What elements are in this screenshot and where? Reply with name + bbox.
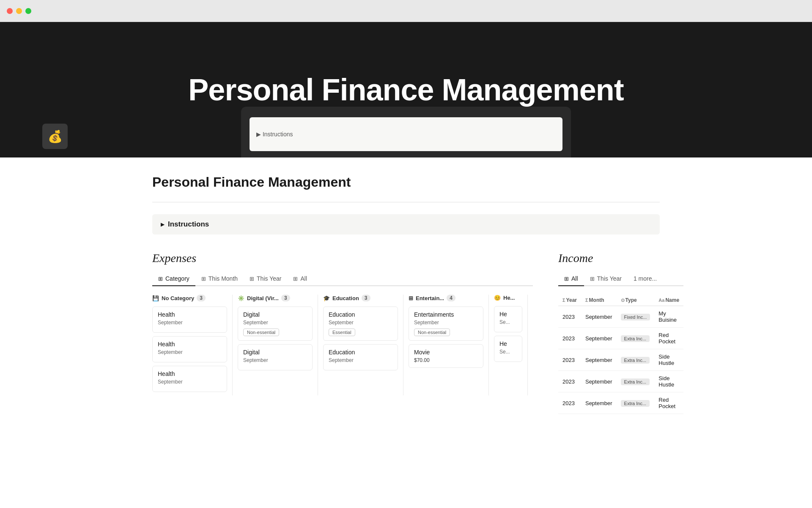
cell-type: Fixed Inc... — [617, 306, 655, 328]
col-count-digital: 3 — [281, 295, 290, 301]
income-all-label: All — [571, 275, 578, 282]
preview-text: ▶ Instructions — [256, 131, 293, 138]
table-row[interactable]: 2023 September Extra Inc... Red Pocket — [558, 328, 683, 349]
cell-name: Side Hustle — [654, 349, 683, 371]
cell-type: Extra Inc... — [617, 349, 655, 371]
instructions-section[interactable]: ▶ Instructions — [152, 214, 660, 235]
list-item[interactable]: Education September — [323, 344, 398, 370]
card-tag: Non-essential — [414, 329, 450, 336]
cell-type: Extra Inc... — [617, 328, 655, 349]
card-subtitle: September — [158, 320, 222, 326]
tab-income-more[interactable]: 1 more... — [628, 272, 663, 286]
list-item[interactable]: He Se... — [494, 336, 522, 362]
cell-year: 2023 — [558, 371, 581, 392]
finance-icon: 💰 — [48, 130, 63, 144]
card-amount: $70.00 — [414, 357, 478, 363]
tab-income-all[interactable]: ⊞ All — [558, 272, 584, 286]
list-item[interactable]: Entertainments September Non-essential — [409, 306, 483, 341]
table-row[interactable]: 2023 September Extra Inc... Side Hustle — [558, 349, 683, 371]
card-subtitle: September — [329, 357, 392, 363]
cell-month: September — [581, 349, 617, 371]
card-title: Entertainments — [414, 311, 478, 318]
hero-icon-box: 💰 — [42, 124, 68, 149]
cell-month: September — [581, 328, 617, 349]
card-subtitle: Se... — [499, 319, 517, 325]
col-header-digital: ✳️ Digital (Vir... 3 — [238, 295, 313, 301]
expenses-tabs: ⊞ Category ⊞ This Month ⊞ This Year ⊞ Al… — [152, 272, 533, 286]
list-item[interactable]: Digital September — [238, 344, 313, 370]
cell-type: Extra Inc... — [617, 392, 655, 414]
list-item[interactable]: Movie $70.00 — [409, 344, 483, 368]
card-subtitle: September — [329, 320, 392, 326]
col-header-entertainment: ⊞ Entertain... 4 — [409, 295, 483, 301]
table-row[interactable]: 2023 September Extra Inc... Side Hustle — [558, 371, 683, 392]
cell-month: September — [581, 306, 617, 328]
card-tag: Non-essential — [243, 329, 279, 336]
expenses-heading: Expenses — [152, 251, 533, 265]
instructions-label: Instructions — [168, 220, 209, 229]
hero-preview: ▶ Instructions — [241, 107, 571, 157]
divider — [152, 202, 660, 202]
tab-category[interactable]: ⊞ Category — [152, 272, 195, 286]
col-label-no-category: No Category — [162, 295, 194, 301]
chevron-right-icon: ▶ — [161, 221, 165, 227]
cell-year: 2023 — [558, 392, 581, 414]
income-heading: Income — [558, 251, 683, 265]
all-tab-label: All — [300, 275, 307, 282]
tab-all[interactable]: ⊞ All — [287, 272, 313, 286]
table-row[interactable]: 2023 September Fixed Inc... My Buisine — [558, 306, 683, 328]
card-tag: Essential — [329, 329, 355, 336]
kanban-col-health: 😊 He... He Se... He Se... — [494, 295, 528, 395]
kanban-col-education: 🎓 Education 3 Education September Essent… — [323, 295, 403, 395]
card-subtitle: Se... — [499, 349, 517, 355]
list-item[interactable]: Health September — [152, 336, 227, 362]
text-icon: Aa — [658, 298, 664, 303]
col-label-entertainment: Entertain... — [416, 295, 444, 301]
education-icon: 🎓 — [323, 295, 330, 301]
list-item[interactable]: He Se... — [494, 306, 522, 332]
kanban-board: 💾 No Category 3 Health September Health … — [152, 295, 533, 395]
card-title: He — [499, 311, 517, 318]
tab-this-month[interactable]: ⊞ This Month — [195, 272, 244, 286]
income-more-label: 1 more... — [634, 275, 657, 282]
category-tab-icon: ⊞ — [158, 276, 163, 282]
sigma-icon: Σ — [562, 298, 565, 303]
list-item[interactable]: Education September Essential — [323, 306, 398, 341]
cell-year: 2023 — [558, 349, 581, 371]
type-badge: Extra Inc... — [621, 400, 650, 407]
card-title: Health — [158, 311, 222, 318]
income-all-icon: ⊞ — [564, 276, 569, 282]
fullscreen-button[interactable] — [25, 8, 31, 14]
col-label-education: Education — [332, 295, 359, 301]
table-row[interactable]: 2023 September Extra Inc... Red Pocket — [558, 392, 683, 414]
col-header-no-category: 💾 No Category 3 — [152, 295, 227, 301]
list-item[interactable]: Health September — [152, 366, 227, 392]
health-icon: 😊 — [494, 295, 501, 301]
tab-this-year[interactable]: ⊞ This Year — [244, 272, 287, 286]
col-label-health: He... — [503, 295, 515, 301]
card-title: Education — [329, 349, 392, 356]
hero-preview-inner: ▶ Instructions — [250, 117, 562, 151]
category-tab-label: Category — [165, 275, 189, 282]
page-title: Personal Finance Management — [152, 174, 660, 190]
no-category-icon: 💾 — [152, 295, 159, 301]
card-title: He — [499, 340, 517, 347]
kanban-col-entertainment: ⊞ Entertain... 4 Entertainments Septembe… — [409, 295, 489, 395]
list-item[interactable]: Health September — [152, 306, 227, 333]
card-title: Digital — [243, 311, 307, 318]
card-title: Health — [158, 341, 222, 348]
cell-name: Red Pocket — [654, 392, 683, 414]
income-section: Income ⊞ All ⊞ This Year 1 more... — [558, 251, 683, 414]
list-item[interactable]: Digital September Non-essential — [238, 306, 313, 341]
sigma-icon-2: Σ — [585, 298, 588, 303]
type-badge: Extra Inc... — [621, 357, 650, 364]
tab-income-this-year[interactable]: ⊞ This Year — [584, 272, 628, 286]
minimize-button[interactable] — [16, 8, 22, 14]
close-button[interactable] — [7, 8, 13, 14]
col-count-no-category: 3 — [197, 295, 206, 301]
all-tab-icon: ⊞ — [293, 276, 298, 282]
cell-name: Red Pocket — [654, 328, 683, 349]
hero-title: Personal Finance Management — [188, 72, 623, 107]
digital-icon: ✳️ — [238, 295, 244, 301]
col-header-month: ΣMonth — [581, 295, 617, 306]
